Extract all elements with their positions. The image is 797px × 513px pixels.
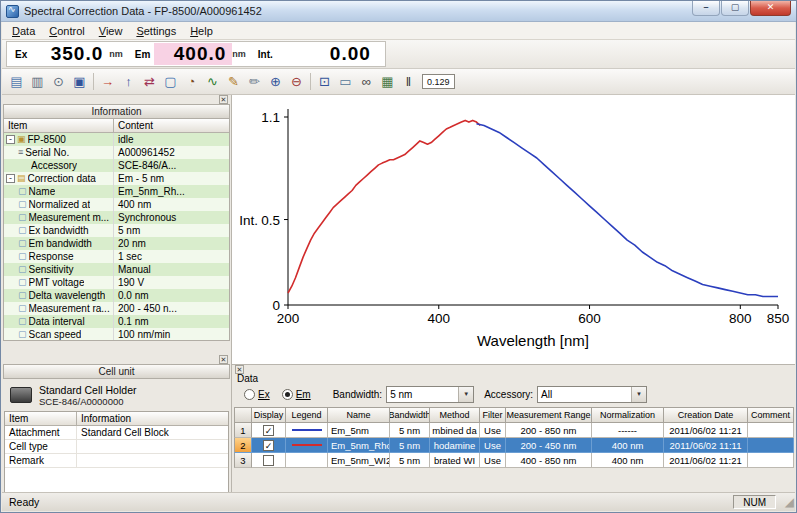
menu-item-help[interactable]: Help bbox=[183, 23, 220, 39]
menu-item-settings[interactable]: Settings bbox=[129, 23, 183, 39]
bandwidth-select[interactable]: 5 nm bbox=[386, 386, 474, 403]
send-data-icon[interactable]: → bbox=[97, 72, 118, 91]
minimize-button[interactable] bbox=[692, 1, 720, 16]
close-icon[interactable] bbox=[235, 365, 244, 374]
cell-unit-table: Item Information AttachmentStandard Cell… bbox=[4, 411, 229, 495]
table-row[interactable]: 1✓Em_5nm5 nmmbined daUse200 - 850 nm----… bbox=[234, 423, 795, 438]
menu-item-view[interactable]: View bbox=[92, 23, 130, 39]
column-header-method[interactable]: Method bbox=[430, 407, 480, 423]
zoom-area-icon[interactable]: ⊡ bbox=[314, 72, 335, 91]
menu-item-data[interactable]: Data bbox=[5, 23, 42, 39]
title-bar[interactable]: Spectral Correction Data - FP-8500/A0009… bbox=[1, 1, 796, 22]
tree-row[interactable]: ▢Delta wavelength0.0 nm bbox=[4, 289, 229, 302]
spectrum-chart[interactable]: 20040060080085000.51.1Int.Wavelength [nm… bbox=[232, 95, 796, 363]
tree-row[interactable]: ▢Measurement m...Synchronous bbox=[4, 211, 229, 224]
tree-row[interactable]: ≡Serial No.A000961452 bbox=[4, 146, 229, 159]
page-icon: ▢ bbox=[18, 224, 27, 237]
resize-grip[interactable] bbox=[779, 495, 794, 510]
legend-cell bbox=[286, 438, 328, 453]
cell-item: Cell type bbox=[5, 440, 77, 453]
marker-icon[interactable]: ✏ bbox=[244, 72, 265, 91]
chevron-down-icon[interactable] bbox=[631, 387, 646, 402]
accessory-select[interactable]: All bbox=[537, 386, 647, 403]
close-button[interactable] bbox=[750, 1, 791, 16]
info-column-content[interactable]: Content bbox=[114, 119, 229, 133]
tree-row[interactable]: ▢Scan speed100 nm/min bbox=[4, 328, 229, 341]
load-data-icon[interactable]: ↑ bbox=[118, 72, 139, 91]
scale-bars-icon[interactable]: ‖ bbox=[398, 72, 419, 91]
cell-column-information[interactable]: Information bbox=[77, 412, 228, 426]
tree-row[interactable]: ▤Correction dataEm - 5 nm bbox=[4, 172, 229, 185]
zoom-out-icon[interactable]: ⊖ bbox=[286, 72, 307, 91]
em-radio[interactable] bbox=[282, 389, 293, 400]
info-column-item[interactable]: Item bbox=[4, 119, 114, 133]
display-scale-icon[interactable]: ▭ bbox=[335, 72, 356, 91]
trace-icon[interactable]: ∿ bbox=[202, 72, 223, 91]
expander-icon[interactable] bbox=[6, 135, 15, 144]
display-checkbox[interactable]: ✓ bbox=[263, 425, 274, 436]
row-number[interactable]: 2 bbox=[234, 438, 252, 453]
table-row[interactable]: 3Em_5nm_WI25 nmbrated WIUse400 - 850 nm4… bbox=[234, 453, 795, 468]
tree-row[interactable]: ▢Em bandwidth20 nm bbox=[4, 237, 229, 250]
column-header-filter[interactable]: Filter bbox=[480, 407, 506, 423]
compare-data-icon[interactable]: ⇄ bbox=[139, 72, 160, 91]
column-header-legend[interactable]: Legend bbox=[286, 407, 328, 423]
table-row[interactable]: 2✓Em_5nm_Rhod5 nmhodamineUse200 - 450 nm… bbox=[234, 438, 795, 453]
display-checkbox[interactable]: ✓ bbox=[263, 440, 274, 451]
series-Em_5nm_Rhod bbox=[288, 120, 480, 293]
close-icon[interactable] bbox=[219, 95, 228, 104]
ex-radio[interactable] bbox=[244, 389, 255, 400]
tree-row[interactable]: ▢NameEm_5nm_Rh... bbox=[4, 185, 229, 198]
column-header-name[interactable]: Name bbox=[328, 407, 390, 423]
maximize-button[interactable] bbox=[721, 1, 749, 16]
data-controls: Ex Em Bandwidth: 5 nm Accessory: All bbox=[232, 385, 795, 404]
column-header-display[interactable]: Display bbox=[252, 407, 286, 423]
item-value: SCE-846/A... bbox=[114, 159, 229, 172]
column-header-comment[interactable]: Comment bbox=[748, 407, 794, 423]
timer-icon[interactable]: ◔ bbox=[181, 72, 202, 91]
scale-value: 0.129 bbox=[422, 74, 455, 89]
menu-item-control[interactable]: Control bbox=[42, 23, 91, 39]
tree-row[interactable]: ▢SensitivityManual bbox=[4, 263, 229, 276]
pen-icon[interactable]: ✎ bbox=[223, 72, 244, 91]
ex-radio-label[interactable]: Ex bbox=[258, 389, 270, 400]
row-number[interactable]: 1 bbox=[234, 423, 252, 438]
chevron-down-icon[interactable] bbox=[458, 387, 473, 402]
report-icon[interactable]: ▤ bbox=[6, 72, 27, 91]
column-header-normalization[interactable]: Normalization bbox=[592, 407, 664, 423]
save-icon[interactable]: ▣ bbox=[69, 72, 90, 91]
tree-item: ▢Response bbox=[4, 250, 114, 263]
binoculars-icon[interactable]: ∞ bbox=[356, 72, 377, 91]
column-header-measurement-range[interactable]: Measurement Range bbox=[506, 407, 592, 423]
print-icon[interactable]: ▥ bbox=[27, 72, 48, 91]
tree-row[interactable]: ▢PMT voltage190 V bbox=[4, 276, 229, 289]
display-checkbox[interactable] bbox=[263, 455, 274, 466]
data-panel: Data Ex Em Bandwidth: 5 nm Accessory: Al… bbox=[231, 365, 795, 492]
em-label: Em bbox=[135, 49, 151, 60]
tree-row[interactable]: ▢Ex bandwidth5 nm bbox=[4, 224, 229, 237]
expander-icon[interactable] bbox=[6, 174, 15, 183]
close-icon[interactable] bbox=[219, 355, 228, 364]
item-name: Measurement m... bbox=[29, 211, 110, 224]
column-header-bandwidth[interactable]: Bandwidth bbox=[390, 407, 430, 423]
status-text: Ready bbox=[2, 496, 733, 508]
normalization-cell: 400 nm bbox=[592, 438, 664, 453]
column-header-creation-date[interactable]: Creation Date bbox=[664, 407, 748, 423]
tree-row[interactable]: ▢Data interval0.1 nm bbox=[4, 315, 229, 328]
page-icon: ▢ bbox=[18, 328, 27, 341]
tree-row[interactable]: ▢Response1 sec bbox=[4, 250, 229, 263]
em-radio-label[interactable]: Em bbox=[296, 389, 311, 400]
item-value: 200 - 450 n... bbox=[114, 302, 229, 315]
tree-row[interactable]: AccessorySCE-846/A... bbox=[4, 159, 229, 172]
row-number[interactable]: 3 bbox=[234, 453, 252, 468]
tree-row[interactable]: ▣FP-8500idle bbox=[4, 133, 229, 146]
item-name: Normalized at bbox=[29, 198, 91, 211]
tree-row[interactable]: ▢Measurement ra...200 - 450 n... bbox=[4, 302, 229, 315]
tree-item: ▢Measurement ra... bbox=[4, 302, 114, 315]
zoom-in-icon[interactable]: ⊕ bbox=[265, 72, 286, 91]
print-preview-icon[interactable]: ⊙ bbox=[48, 72, 69, 91]
grid-icon[interactable]: ▦ bbox=[377, 72, 398, 91]
tree-row[interactable]: ▢Normalized at400 nm bbox=[4, 198, 229, 211]
monitor-icon[interactable]: ▢ bbox=[160, 72, 181, 91]
cell-column-item[interactable]: Item bbox=[5, 412, 77, 426]
